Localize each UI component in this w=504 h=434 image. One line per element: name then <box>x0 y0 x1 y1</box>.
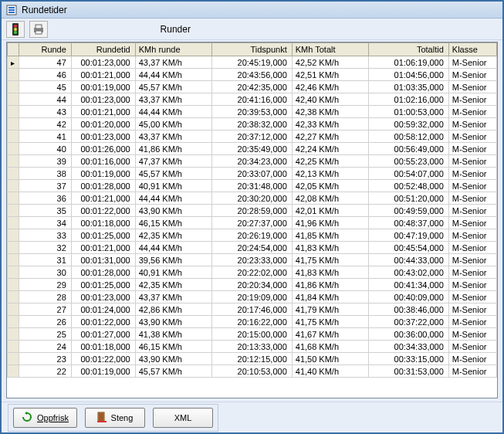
table-row[interactable]: 3600:01:21,00044,44 KM/h20:30:20,00042,0… <box>8 192 497 205</box>
cell-klasse[interactable]: M-Senior <box>448 155 496 168</box>
cell-kmh-runde[interactable]: 45,57 KM/h <box>135 168 211 180</box>
cell-rundetid[interactable]: 00:01:28,000 <box>71 180 135 192</box>
traffic-light-icon[interactable] <box>6 21 25 38</box>
cell-rundetid[interactable]: 00:01:25,000 <box>71 279 135 291</box>
cell-kmh-runde[interactable]: 44,44 KM/h <box>135 69 211 81</box>
table-row[interactable]: 4400:01:23,00043,37 KM/h20:41:16,00042,4… <box>8 93 497 106</box>
cell-totaltid[interactable]: 00:48:37,000 <box>369 217 449 229</box>
cell-klasse[interactable]: M-Senior <box>448 180 496 192</box>
cell-kmh-runde[interactable]: 41,86 KM/h <box>135 143 211 155</box>
table-row[interactable]: 3000:01:28,00040,91 KM/h20:22:02,00041,8… <box>8 266 497 279</box>
cell-kmh-total[interactable]: 41,79 KM/h <box>292 303 368 316</box>
cell-kmh-runde[interactable]: 43,37 KM/h <box>135 291 211 303</box>
table-row[interactable]: 4000:01:26,00041,86 KM/h20:35:49,00042,2… <box>8 143 497 155</box>
cell-tidspunkt[interactable]: 20:10:53,000 <box>212 365 293 378</box>
row-selector[interactable] <box>8 118 19 131</box>
row-selector[interactable] <box>8 192 19 205</box>
cell-kmh-total[interactable]: 41,83 KM/h <box>292 242 368 254</box>
cell-tidspunkt[interactable]: 20:24:54,000 <box>212 242 293 254</box>
print-icon[interactable] <box>29 21 48 38</box>
row-selector[interactable] <box>8 328 19 341</box>
cell-kmh-total[interactable]: 42,08 KM/h <box>292 192 368 205</box>
cell-kmh-total[interactable]: 41,96 KM/h <box>292 217 368 229</box>
cell-runde[interactable]: 47 <box>19 56 71 69</box>
cell-klasse[interactable]: M-Senior <box>448 143 496 155</box>
cell-klasse[interactable]: M-Senior <box>448 229 496 242</box>
cell-kmh-runde[interactable]: 43,90 KM/h <box>135 205 211 217</box>
row-selector[interactable] <box>8 353 19 365</box>
cell-kmh-total[interactable]: 41,50 KM/h <box>292 353 368 365</box>
cell-runde[interactable]: 39 <box>19 155 71 168</box>
cell-rundetid[interactable]: 00:01:22,000 <box>71 353 135 365</box>
table-row[interactable]: 2900:01:25,00042,35 KM/h20:20:34,00041,8… <box>8 279 497 291</box>
cell-totaltid[interactable]: 00:58:12,000 <box>369 131 449 143</box>
col-rundetid[interactable]: Rundetid <box>71 43 135 56</box>
table-row[interactable]: 3200:01:21,00044,44 KM/h20:24:54,00041,8… <box>8 242 497 254</box>
row-selector[interactable] <box>8 266 19 279</box>
cell-klasse[interactable]: M-Senior <box>448 168 496 180</box>
cell-klasse[interactable]: M-Senior <box>448 205 496 217</box>
col-tidspunkt[interactable]: Tidspunkt <box>212 43 293 56</box>
cell-totaltid[interactable]: 00:52:48,000 <box>369 180 449 192</box>
table-row[interactable]: 2200:01:19,00045,57 KM/h20:10:53,00041,4… <box>8 365 497 378</box>
row-selector[interactable] <box>8 229 19 242</box>
table-row[interactable]: 3700:01:28,00040,91 KM/h20:31:48,00042,0… <box>8 180 497 192</box>
cell-runde[interactable]: 45 <box>19 81 71 93</box>
row-selector[interactable] <box>8 81 19 93</box>
cell-totaltid[interactable]: 00:59:32,000 <box>369 118 449 131</box>
cell-runde[interactable]: 29 <box>19 279 71 291</box>
cell-kmh-total[interactable]: 41,75 KM/h <box>292 254 368 266</box>
row-selector[interactable] <box>8 131 19 143</box>
cell-rundetid[interactable]: 00:01:18,000 <box>71 341 135 353</box>
cell-rundetid[interactable]: 00:01:19,000 <box>71 168 135 180</box>
row-selector[interactable] <box>8 106 19 118</box>
cell-kmh-total[interactable]: 42,40 KM/h <box>292 93 368 106</box>
cell-totaltid[interactable]: 00:36:00,000 <box>369 328 449 341</box>
row-selector[interactable] <box>8 316 19 328</box>
cell-tidspunkt[interactable]: 20:35:49,000 <box>212 143 293 155</box>
row-selector[interactable] <box>8 242 19 254</box>
cell-rundetid[interactable]: 00:01:23,000 <box>71 291 135 303</box>
cell-tidspunkt[interactable]: 20:17:46,000 <box>212 303 293 316</box>
cell-kmh-total[interactable]: 42,27 KM/h <box>292 131 368 143</box>
cell-klasse[interactable]: M-Senior <box>448 316 496 328</box>
cell-totaltid[interactable]: 00:33:15,000 <box>369 353 449 365</box>
cell-totaltid[interactable]: 01:02:16,000 <box>369 93 449 106</box>
cell-klasse[interactable]: M-Senior <box>448 217 496 229</box>
cell-klasse[interactable]: M-Senior <box>448 131 496 143</box>
cell-kmh-total[interactable]: 42,24 KM/h <box>292 143 368 155</box>
cell-klasse[interactable]: M-Senior <box>448 56 496 69</box>
cell-kmh-total[interactable]: 42,38 KM/h <box>292 106 368 118</box>
row-selector[interactable] <box>8 143 19 155</box>
cell-rundetid[interactable]: 00:01:21,000 <box>71 69 135 81</box>
cell-tidspunkt[interactable]: 20:42:35,000 <box>212 81 293 93</box>
cell-kmh-total[interactable]: 41,84 KM/h <box>292 291 368 303</box>
col-totaltid[interactable]: Totaltid <box>369 43 449 56</box>
table-row[interactable]: 2800:01:23,00043,37 KM/h20:19:09,00041,8… <box>8 291 497 303</box>
row-selector[interactable] <box>8 180 19 192</box>
cell-totaltid[interactable]: 01:03:35,000 <box>369 81 449 93</box>
row-selector[interactable] <box>8 205 19 217</box>
cell-kmh-runde[interactable]: 45,57 KM/h <box>135 81 211 93</box>
table-row[interactable]: 3100:01:31,00039,56 KM/h20:23:33,00041,7… <box>8 254 497 266</box>
cell-kmh-total[interactable]: 41,40 KM/h <box>292 365 368 378</box>
cell-rundetid[interactable]: 00:01:26,000 <box>71 143 135 155</box>
cell-tidspunkt[interactable]: 20:22:02,000 <box>212 266 293 279</box>
cell-kmh-total[interactable]: 41,86 KM/h <box>292 279 368 291</box>
cell-klasse[interactable]: M-Senior <box>448 81 496 93</box>
col-kmh-runde[interactable]: KMh runde <box>135 43 211 56</box>
cell-totaltid[interactable]: 00:31:53,000 <box>369 365 449 378</box>
cell-runde[interactable]: 26 <box>19 316 71 328</box>
cell-runde[interactable]: 23 <box>19 353 71 365</box>
cell-totaltid[interactable]: 00:37:22,000 <box>369 316 449 328</box>
cell-kmh-runde[interactable]: 45,00 KM/h <box>135 118 211 131</box>
cell-tidspunkt[interactable]: 20:41:16,000 <box>212 93 293 106</box>
cell-kmh-runde[interactable]: 42,35 KM/h <box>135 279 211 291</box>
cell-tidspunkt[interactable]: 20:33:07,000 <box>212 168 293 180</box>
cell-rundetid[interactable]: 00:01:22,000 <box>71 316 135 328</box>
row-selector[interactable] <box>8 155 19 168</box>
cell-tidspunkt[interactable]: 20:28:59,000 <box>212 205 293 217</box>
cell-kmh-total[interactable]: 42,01 KM/h <box>292 205 368 217</box>
cell-tidspunkt[interactable]: 20:43:56,000 <box>212 69 293 81</box>
cell-tidspunkt[interactable]: 20:15:00,000 <box>212 328 293 341</box>
